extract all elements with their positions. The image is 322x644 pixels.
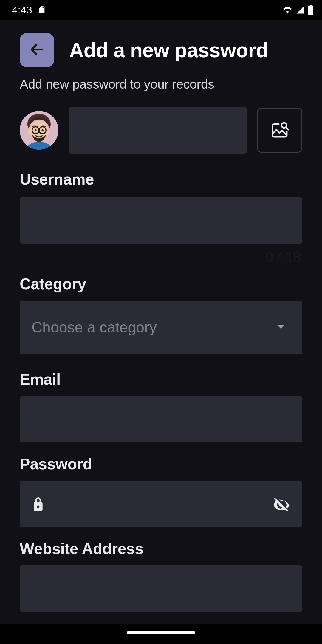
password-label: Password <box>20 455 302 473</box>
email-input[interactable] <box>20 396 302 442</box>
battery-icon <box>308 5 314 15</box>
wifi-icon <box>282 5 293 14</box>
svg-point-8 <box>35 129 37 131</box>
visibility-off-icon[interactable] <box>273 497 290 511</box>
image-search-icon <box>270 120 289 140</box>
cellular-icon <box>296 5 305 14</box>
svg-point-3 <box>28 129 32 134</box>
chevron-down-icon <box>276 324 286 331</box>
page-subtitle: Add new password to your records <box>20 77 302 92</box>
category-placeholder: Choose a category <box>32 319 157 336</box>
status-time: 4:43 <box>12 4 32 16</box>
image-search-button[interactable] <box>257 108 302 153</box>
gesture-pill[interactable] <box>127 631 195 634</box>
svg-point-4 <box>46 129 50 134</box>
record-name-input[interactable] <box>69 107 247 154</box>
username-label: Username <box>20 170 302 188</box>
svg-point-9 <box>41 129 44 131</box>
website-input[interactable] <box>20 565 302 612</box>
avatar[interactable] <box>20 111 58 150</box>
app-screen: Add a new password Add new password to y… <box>0 20 322 624</box>
username-input[interactable] <box>20 197 302 244</box>
status-bar: 4:43 <box>0 0 322 20</box>
system-nav-bar <box>0 624 322 644</box>
arrow-left-icon <box>29 41 45 59</box>
website-label: Website Address <box>20 540 302 558</box>
sd-card-icon <box>38 5 46 15</box>
svg-line-11 <box>286 127 288 130</box>
username-counter: 0 / 18 <box>20 249 302 265</box>
email-label: Email <box>20 370 302 388</box>
back-button[interactable] <box>20 33 54 67</box>
lock-icon <box>32 496 45 512</box>
category-label: Category <box>20 275 302 293</box>
category-select[interactable]: Choose a category <box>20 301 302 354</box>
password-input[interactable] <box>20 481 302 527</box>
page-title: Add a new password <box>69 38 268 62</box>
